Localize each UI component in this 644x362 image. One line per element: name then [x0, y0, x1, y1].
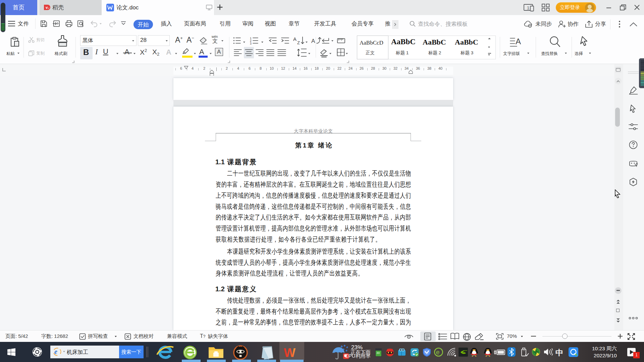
svg-text:Z: Z — [297, 40, 300, 45]
svg-text:3: 3 — [250, 42, 252, 45]
svg-text:A: A — [516, 37, 521, 46]
svg-text:e: e — [436, 349, 440, 356]
svg-text:W: W — [284, 347, 296, 359]
svg-text:e: e — [54, 348, 57, 355]
svg-text:A: A — [293, 36, 297, 42]
svg-text:1: 1 — [527, 5, 529, 10]
svg-text:A: A — [311, 38, 315, 44]
